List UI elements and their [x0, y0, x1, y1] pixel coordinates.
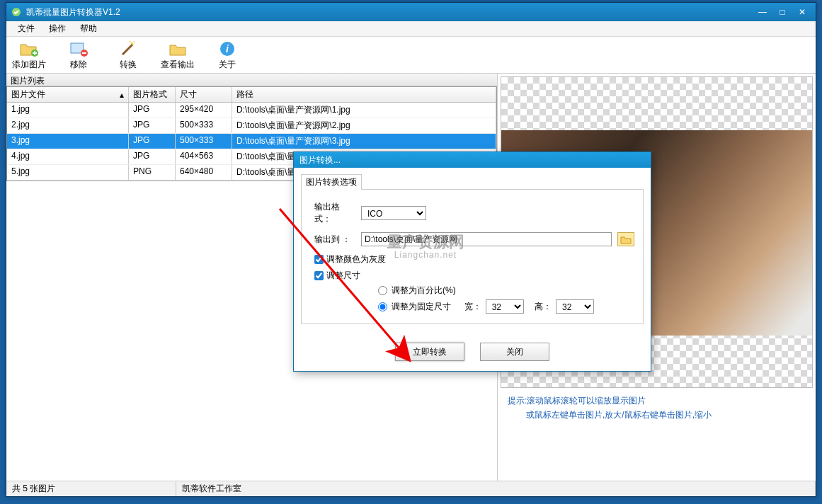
status-count: 共 5 张图片	[6, 481, 176, 496]
app-icon	[11, 6, 22, 18]
image-remove-icon	[69, 39, 89, 59]
maximize-button[interactable]: □	[773, 6, 792, 18]
folder-add-icon	[19, 39, 39, 59]
close-button[interactable]: ✕	[793, 6, 811, 18]
menubar: 文件 操作 帮助	[6, 21, 816, 37]
output-path-input[interactable]	[361, 232, 612, 246]
folder-icon	[168, 39, 188, 59]
width-select[interactable]: 32	[486, 299, 524, 314]
output-format-label: 输出格式：	[314, 201, 355, 225]
convert-now-button[interactable]: 立即转换	[395, 343, 464, 361]
folder-open-icon	[620, 234, 632, 244]
toolbar: 添加图片 移除 转换 查看输出 i 关于	[6, 37, 816, 74]
panel-title: 图片列表	[6, 74, 497, 86]
menu-help[interactable]: 帮助	[73, 21, 104, 36]
resize-fixed-radio[interactable]: 调整为固定尺寸 宽： 32 高： 32	[378, 298, 634, 315]
remove-button[interactable]: 移除	[62, 39, 96, 71]
wand-icon	[118, 39, 138, 59]
window-title: 凯蒂批量图片转换器V1.2	[26, 6, 120, 18]
info-icon: i	[217, 39, 237, 59]
height-label: 高：	[535, 301, 552, 313]
table-row[interactable]: 3.jpgJPG500×333D:\tools\桌面\量产资源网\3.jpg	[7, 134, 496, 149]
convert-button[interactable]: 转换	[111, 39, 145, 71]
add-image-button[interactable]: 添加图片	[12, 39, 46, 71]
status-studio: 凯蒂软件工作室	[176, 481, 816, 496]
output-format-select[interactable]: ICO	[361, 206, 426, 220]
view-output-button[interactable]: 查看输出	[161, 39, 195, 71]
statusbar: 共 5 张图片 凯蒂软件工作室	[6, 481, 816, 496]
about-button[interactable]: i 关于	[210, 39, 244, 71]
dialog-title[interactable]: 图片转换...	[294, 152, 651, 168]
titlebar[interactable]: 凯蒂批量图片转换器V1.2 — □ ✕	[6, 3, 816, 21]
convert-dialog: 图片转换... 图片转换选项 输出格式： ICO 输出到 ： 调整颜色为灰度 调…	[293, 151, 651, 372]
output-to-label: 输出到 ：	[314, 234, 355, 246]
width-label: 宽：	[464, 301, 481, 313]
resize-percent-radio[interactable]: 调整为百分比(%)	[378, 283, 634, 298]
sort-icon: ▴	[120, 90, 124, 100]
table-row[interactable]: 2.jpgJPG500×333D:\tools\桌面\量产资源网\2.jpg	[7, 118, 496, 134]
table-header[interactable]: 图片文件▴ 图片格式 尺寸 路径	[7, 87, 496, 103]
browse-button[interactable]	[617, 232, 634, 246]
close-dialog-button[interactable]: 关闭	[480, 343, 549, 361]
table-row[interactable]: 1.jpgJPG295×420D:\tools\桌面\量产资源网\1.jpg	[7, 103, 496, 118]
height-select[interactable]: 32	[556, 299, 594, 314]
hint-text: 提示:滚动鼠标滚轮可以缩放显示图片 或鼠标左键单击图片,放大/鼠标右键单击图片,…	[501, 388, 813, 428]
menu-action[interactable]: 操作	[42, 21, 73, 36]
minimize-button[interactable]: —	[753, 6, 772, 18]
resize-checkbox[interactable]: 调整尺寸	[314, 270, 634, 282]
fieldset-label: 图片转换选项	[301, 174, 362, 190]
grayscale-checkbox[interactable]: 调整颜色为灰度	[314, 253, 634, 265]
menu-file[interactable]: 文件	[11, 21, 42, 36]
